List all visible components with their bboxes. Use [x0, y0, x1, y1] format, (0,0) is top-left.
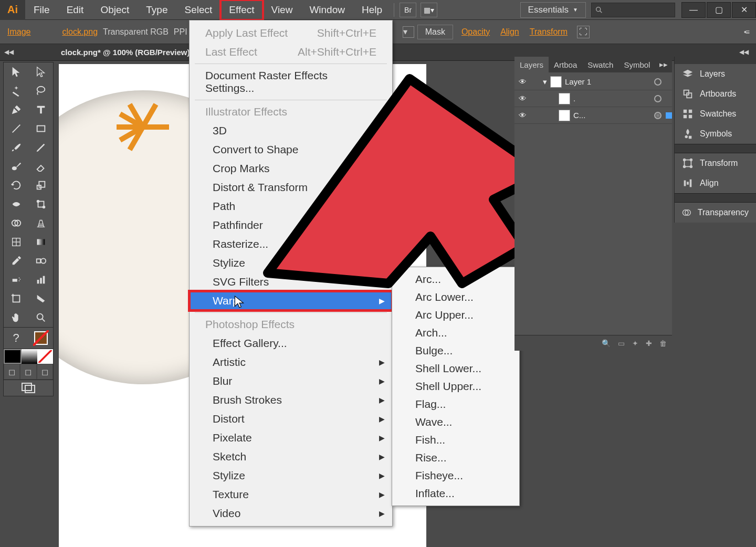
artistic-menu[interactable]: Artistic▶ — [190, 353, 392, 372]
visibility-icon[interactable]: 👁 — [514, 111, 530, 120]
screen-mode[interactable] — [4, 380, 53, 396]
stylize-ps-menu[interactable]: Stylize▶ — [190, 466, 392, 485]
align-link[interactable]: Align — [500, 27, 519, 37]
layer-name[interactable]: Layer 1 — [565, 77, 591, 86]
warp-arc-upper[interactable]: Arc Upper... — [392, 306, 519, 324]
layer-row-2[interactable]: 👁 . — [514, 90, 672, 107]
mesh-tool[interactable] — [4, 233, 28, 251]
rotate-tool[interactable] — [4, 176, 28, 195]
new-layer-icon[interactable]: ✚ — [646, 339, 652, 348]
line-tool[interactable] — [4, 119, 28, 138]
pencil-tool[interactable] — [28, 138, 53, 157]
column-graph-tool[interactable] — [28, 270, 53, 289]
artboard-tool[interactable] — [4, 289, 28, 308]
menu-window[interactable]: Window — [301, 0, 353, 20]
bridge-icon[interactable]: Br — [400, 3, 416, 17]
collapse-left-icon[interactable]: ◀◀ — [4, 48, 14, 56]
layer-row-3[interactable]: 👁 C... — [514, 107, 672, 124]
workspace-switcher[interactable]: Essentials ▼ — [520, 2, 586, 18]
target-icon[interactable] — [654, 95, 662, 102]
path-menu[interactable]: Path — [190, 197, 392, 216]
crop-marks-menu[interactable]: Crop Marks — [190, 159, 392, 178]
make-clipping-icon[interactable]: ▭ — [618, 339, 625, 348]
perspective-grid-tool[interactable] — [28, 214, 53, 233]
menu-view[interactable]: View — [263, 0, 301, 20]
effect-gallery[interactable]: Effect Gallery... — [190, 334, 392, 353]
panel-menu-icon[interactable]: •≡ — [744, 28, 749, 36]
zoom-tool[interactable] — [28, 308, 53, 327]
tab-swatches[interactable]: Swatch — [582, 57, 618, 72]
color-mode-none[interactable] — [37, 349, 53, 364]
draw-behind[interactable]: ◻ — [20, 364, 36, 380]
warp-shell-upper[interactable]: Shell Upper... — [392, 377, 519, 395]
panel-transform[interactable]: Transform — [675, 153, 756, 173]
embed-dropdown[interactable]: ▾ — [403, 26, 414, 38]
free-transform-tool[interactable] — [28, 195, 53, 214]
rectangle-tool[interactable] — [28, 119, 53, 138]
type-tool[interactable] — [28, 100, 53, 119]
warp-arch[interactable]: Arch... — [392, 324, 519, 342]
fill-stroke-mini[interactable] — [28, 328, 53, 349]
mask-button[interactable]: Mask — [417, 25, 453, 39]
raster-settings[interactable]: Document Raster Effects Settings... — [190, 66, 392, 98]
panel-expand-icon[interactable]: ▸▸ — [655, 60, 672, 69]
shape-builder-tool[interactable] — [4, 214, 28, 233]
warp-wave[interactable]: Wave... — [392, 413, 519, 431]
slice-tool[interactable] — [28, 289, 53, 308]
warp-menu[interactable]: Warp▶ — [190, 291, 392, 310]
target-icon[interactable] — [654, 112, 662, 119]
panel-transparency[interactable]: Transparency — [675, 203, 756, 223]
panel-symbols[interactable]: Symbols — [675, 124, 756, 144]
warp-fisheye[interactable]: Fisheye... — [392, 467, 519, 485]
new-sublayer-icon[interactable]: ✦ — [632, 339, 638, 348]
blend-tool[interactable] — [28, 251, 53, 270]
scale-tool[interactable] — [28, 176, 53, 195]
gradient-tool[interactable] — [28, 233, 53, 251]
panel-swatches[interactable]: Swatches — [675, 104, 756, 124]
lasso-tool[interactable] — [28, 81, 53, 100]
minimize-button[interactable]: — — [681, 2, 706, 18]
pen-tool[interactable] — [4, 100, 28, 119]
locate-icon[interactable]: 🔍 — [602, 339, 611, 348]
pixelate-menu[interactable]: Pixelate▶ — [190, 428, 392, 447]
video-menu[interactable]: Video▶ — [190, 504, 392, 523]
delete-layer-icon[interactable]: 🗑 — [659, 339, 667, 348]
direct-selection-tool[interactable] — [28, 62, 53, 81]
tab-artboards[interactable]: Artboa — [549, 57, 582, 72]
menu-file[interactable]: File — [25, 0, 58, 20]
warp-bulge[interactable]: Bulge... — [392, 342, 519, 360]
sketch-menu[interactable]: Sketch▶ — [190, 447, 392, 466]
layer-name[interactable]: . — [573, 94, 575, 103]
menu-effect[interactable]: Effect — [220, 0, 262, 20]
panel-align[interactable]: Align — [675, 173, 756, 193]
warp-flag[interactable]: Flag... — [392, 395, 519, 413]
search-input[interactable] — [591, 3, 675, 17]
eyedropper-tool[interactable] — [4, 251, 28, 270]
pathfinder-menu[interactable]: Pathfinder — [190, 216, 392, 235]
transform-icon[interactable]: ⛶ — [577, 26, 590, 38]
svg-filters-menu[interactable]: SVG Filters — [190, 272, 392, 291]
3d-menu[interactable]: 3D — [190, 121, 392, 140]
transform-link[interactable]: Transform — [530, 27, 568, 37]
tab-symbols[interactable]: Symbol — [618, 57, 655, 72]
warp-fish[interactable]: Fish... — [392, 431, 519, 449]
draw-normal[interactable]: ◻ — [4, 364, 20, 380]
visibility-icon[interactable]: 👁 — [514, 77, 530, 86]
distort-transform-menu[interactable]: Distort & Transform — [190, 178, 392, 197]
convert-to-shape-menu[interactable]: Convert to Shape — [190, 140, 392, 159]
warp-arc[interactable]: Arc... — [392, 270, 519, 288]
file-name[interactable]: clock.png — [62, 27, 98, 37]
disclosure-icon[interactable]: ▾ — [543, 77, 547, 87]
document-tab[interactable]: clock.png* @ 100% (RGB/Preview) — [61, 48, 190, 57]
symbol-sprayer-tool[interactable] — [4, 270, 28, 289]
help-icon[interactable]: ? — [4, 328, 28, 349]
target-icon[interactable] — [654, 78, 662, 86]
warp-inflate[interactable]: Inflate... — [392, 485, 519, 502]
blur-menu[interactable]: Blur▶ — [190, 372, 392, 391]
arrange-icon[interactable]: ▦▾ — [421, 3, 437, 17]
paintbrush-tool[interactable] — [4, 138, 28, 157]
hand-tool[interactable] — [4, 308, 28, 327]
collapse-right-icon[interactable]: ◀◀ — [739, 48, 749, 56]
color-mode-solid[interactable] — [4, 349, 22, 364]
color-mode-gradient[interactable] — [22, 349, 37, 364]
